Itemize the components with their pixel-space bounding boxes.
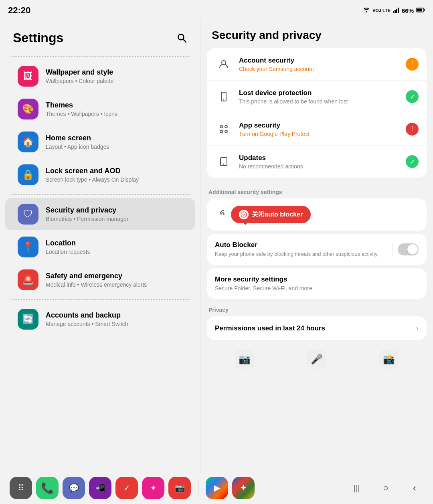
account-security-status: ! — [406, 58, 419, 71]
svg-line-9 — [183, 39, 186, 42]
battery-percent: 66% — [402, 7, 414, 14]
messages-app[interactable]: 💬 — [63, 477, 85, 499]
more-security-card[interactable]: More security settings Secure Folder, Se… — [207, 268, 427, 299]
updates-row[interactable]: Updates No recommended actions ✓ — [207, 146, 427, 178]
lockscreen-subtitle: Screen lock type • Always On Display — [46, 176, 139, 183]
wallpaper-icon: 🖼 — [18, 66, 38, 87]
bixby-app[interactable]: ✦ — [142, 477, 164, 499]
updates-subtitle: No recommended actions — [239, 163, 406, 170]
themes-title: Themes — [46, 101, 117, 109]
homescreen-subtitle: Layout • App icon badges — [46, 144, 109, 150]
play-store-app[interactable]: ▶ — [206, 477, 228, 499]
camera-icon: 📸 — [379, 350, 399, 369]
settings-panel: Settings 🖼 Wallpaper and style Wallpaper… — [0, 19, 200, 472]
svg-point-18 — [223, 164, 225, 165]
app-security-title: App security — [239, 121, 406, 130]
divider-bot — [10, 299, 190, 300]
auto-blocker-subtitle: Keep your phone safe by blocking threats… — [215, 251, 393, 258]
sidebar-item-homescreen[interactable]: 🏠 Home screen Layout • App icon badges — [5, 126, 195, 158]
account-security-row[interactable]: Account security Check your Samsung acco… — [207, 48, 427, 81]
chevron-right-icon: › — [416, 324, 419, 333]
app-security-subtitle: Turn on Google Play Protect — [239, 131, 406, 137]
account-security-title: Account security — [239, 57, 406, 65]
more-security-subtitle: Secure Folder, Secure Wi-Fi, and more — [215, 285, 419, 291]
sidebar-item-location[interactable]: 📍 Location Location requests — [5, 231, 195, 263]
search-button[interactable] — [173, 29, 190, 47]
auto-blocker-toggle[interactable] — [398, 243, 419, 255]
safety-subtitle: Medical info • Wireless emergency alerts — [46, 281, 147, 288]
back-button[interactable]: ‹ — [406, 479, 423, 497]
security-icon: 🛡 — [18, 204, 38, 225]
nav-divider — [198, 481, 198, 495]
app-security-row[interactable]: App security Turn on Google Play Protect… — [207, 113, 427, 146]
privacy-label: Privacy — [200, 302, 433, 316]
auto-blocker-tooltip[interactable]: 关闭auto blocker — [231, 206, 311, 223]
themes-subtitle: Themes • Wallpapers • Icons — [46, 111, 117, 117]
svg-point-16 — [225, 130, 227, 133]
account-security-subtitle: Check your Samsung account — [239, 66, 406, 72]
lte-icon: VOJ LTE — [372, 8, 391, 13]
sidebar-item-accounts[interactable]: 🔄 Accounts and backup Manage accounts • … — [5, 303, 195, 335]
app-security-icon — [215, 120, 233, 138]
sidebar-item-security[interactable]: 🛡 Security and privacy Biometrics • Perm… — [5, 198, 195, 230]
app-drawer-button[interactable]: ⠿ — [10, 477, 32, 499]
right-panel: Security and privacy Account security Ch… — [200, 19, 433, 472]
sidebar-item-themes[interactable]: 🎨 Themes Themes • Wallpapers • Icons — [5, 93, 195, 125]
homescreen-icon: 🏠 — [18, 132, 38, 152]
accounts-subtitle: Manage accounts • Smart Switch — [46, 321, 128, 327]
sidebar-item-wallpaper[interactable]: 🖼 Wallpaper and style Wallpapers • Colou… — [5, 60, 195, 92]
security-subtitle: Biometrics • Permission manager — [46, 216, 128, 222]
location-icon: 📍 — [18, 237, 38, 257]
divider-mid — [10, 194, 190, 195]
tasks-app[interactable]: ✓ — [115, 477, 138, 499]
lost-device-icon — [215, 88, 233, 105]
additional-security-label: Additional security settings — [200, 184, 433, 198]
battery-icon — [416, 7, 425, 14]
lost-device-row[interactable]: Lost device protection This phone is all… — [207, 81, 427, 113]
wallpaper-subtitle: Wallpapers • Colour palette — [46, 78, 113, 84]
svg-rect-3 — [396, 9, 397, 13]
svg-rect-2 — [395, 10, 396, 13]
biometrics-row[interactable]: Biometrics 关闭auto blocker — [207, 198, 427, 231]
wifi-icon — [363, 7, 370, 14]
wallpaper-title: Wallpaper and style — [46, 68, 113, 77]
lost-device-subtitle: This phone is allowed to be found when l… — [239, 98, 406, 105]
settings-header: Settings — [0, 19, 200, 53]
tooltip-text: 关闭auto blocker — [252, 211, 303, 219]
svg-point-13 — [220, 125, 223, 128]
permissions-title: Permissions used in last 24 hours — [215, 324, 416, 332]
samsung-app[interactable]: ✦ — [232, 477, 255, 499]
camera-app[interactable]: 📷 — [168, 477, 191, 499]
viber-app[interactable]: 📲 — [89, 477, 111, 499]
more-security-title: More security settings — [215, 275, 419, 283]
biometrics-icon — [215, 206, 233, 223]
divider-top — [10, 56, 190, 57]
lost-device-title: Lost device protection — [239, 89, 406, 97]
permissions-row[interactable]: Permissions used in last 24 hours › — [207, 316, 427, 340]
updates-status: ✓ — [406, 155, 419, 168]
right-header: Security and privacy — [200, 19, 433, 48]
updates-title: Updates — [239, 154, 406, 162]
lost-device-status: ✓ — [406, 90, 419, 103]
phone-app[interactable]: 📞 — [36, 477, 59, 499]
home-button[interactable]: ○ — [377, 479, 395, 497]
tooltip-icon — [239, 210, 249, 219]
sidebar-item-safety[interactable]: 🚨 Safety and emergency Medical info • Wi… — [5, 264, 195, 296]
themes-icon: 🎨 — [18, 99, 38, 119]
mic-icon: 🎤 — [307, 350, 326, 369]
location-subtitle: Location requests — [46, 249, 90, 255]
sidebar-item-lockscreen[interactable]: 🔒 Lock screen and AOD Screen lock type •… — [5, 159, 195, 191]
bottom-nav: ⠿ 📞 💬 📲 ✓ ✦ 📷 ▶ ✦ ||| ○ ‹ — [0, 472, 433, 504]
safety-title: Safety and emergency — [46, 272, 147, 280]
svg-rect-7 — [424, 9, 425, 11]
right-title: Security and privacy — [212, 29, 422, 42]
svg-point-19 — [223, 213, 225, 215]
system-nav: ||| ○ ‹ — [348, 479, 423, 497]
auto-blocker-card[interactable]: Auto Blocker Keep your phone safe by blo… — [207, 234, 427, 265]
security-title: Security and privacy — [46, 206, 128, 215]
app-security-status: ! — [406, 123, 419, 136]
updates-icon — [215, 153, 233, 170]
svg-rect-6 — [417, 9, 422, 12]
recents-button[interactable]: ||| — [348, 479, 366, 497]
svg-point-15 — [220, 130, 223, 133]
